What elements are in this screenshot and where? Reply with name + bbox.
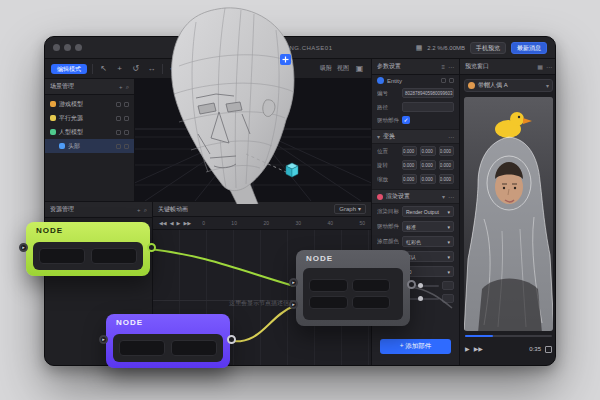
add-asset-icon[interactable]: +	[137, 207, 141, 213]
rotation-y-field[interactable]: 0.000	[420, 160, 435, 170]
menu-icon[interactable]: ≡	[441, 64, 445, 70]
graph-label: Graph	[339, 206, 356, 212]
add-component-button[interactable]: + 添加部件	[380, 339, 451, 354]
select-tool-icon[interactable]: ↖	[98, 65, 109, 73]
node-slot[interactable]	[309, 296, 348, 309]
visibility-toggle[interactable]	[116, 130, 121, 135]
bookmark-toggle[interactable]	[441, 78, 446, 83]
output-port[interactable]	[407, 280, 416, 289]
rotate-tool-icon[interactable]: ↺	[130, 65, 141, 73]
strength-value-box[interactable]	[442, 294, 454, 303]
node-card-green[interactable]: NODE ▸	[26, 222, 150, 276]
play-icon[interactable]: ▶	[465, 346, 470, 352]
more-icon[interactable]: ⋯	[546, 64, 552, 70]
node-slot[interactable]	[91, 248, 137, 264]
timeline-ruler[interactable]: ◀◀ ◀ ▶ ▶▶ 0 10 20 30 40 50	[153, 217, 371, 230]
driver-dropdown[interactable]: 标准 ▾	[402, 221, 454, 232]
input-port[interactable]: ▸	[289, 278, 298, 287]
zoom-button[interactable]	[75, 44, 82, 51]
lock-toggle[interactable]	[124, 116, 129, 121]
view-label[interactable]: 视图	[337, 64, 349, 73]
node-slot[interactable]	[39, 248, 85, 264]
node-slot[interactable]	[352, 296, 391, 309]
phone-preview-button[interactable]: 手机预览	[470, 42, 506, 54]
add-cursor[interactable]	[280, 54, 291, 65]
node-slot[interactable]	[171, 340, 217, 356]
scale-z-field[interactable]: 40.000	[439, 174, 454, 184]
grid-icon[interactable]: ▦	[537, 64, 543, 70]
position-x-field[interactable]: 0.000	[402, 146, 417, 156]
transform-section-header[interactable]: ▾ 变换 ⋯	[372, 129, 459, 144]
prev-frame-button[interactable]: ◀	[170, 221, 174, 226]
snap-label[interactable]: 吸附	[320, 64, 332, 73]
node-slot[interactable]	[309, 279, 348, 292]
rotation-x-field[interactable]: 0.000	[402, 160, 417, 170]
gizmo-cube[interactable]	[286, 163, 298, 177]
rotation-z-field[interactable]: 40.000	[439, 160, 454, 170]
sidebar-item-humanoid[interactable]: 人型模型	[45, 125, 134, 139]
path-field[interactable]	[402, 102, 454, 112]
opacity-value-box[interactable]	[442, 281, 454, 290]
tick-label: 10	[231, 220, 237, 226]
node-card-gray[interactable]: NODE ▸ ▸	[296, 250, 410, 326]
output-port[interactable]	[147, 243, 156, 252]
head-silhouette	[172, 8, 294, 191]
fullscreen-icon[interactable]	[545, 346, 552, 353]
coat-color-dropdown[interactable]: 红彩色 ▾	[402, 236, 454, 247]
position-z-field[interactable]: 40.000	[439, 146, 454, 156]
step-forward-icon[interactable]: ▶▶	[474, 346, 483, 352]
visibility-toggle[interactable]	[116, 102, 121, 107]
search-icon[interactable]: ⌕	[126, 84, 129, 90]
id-field[interactable]: 8028789405980099603	[402, 88, 454, 98]
lock-toggle[interactable]	[124, 130, 129, 135]
static-toggle[interactable]	[449, 78, 454, 83]
visibility-toggle[interactable]	[116, 116, 121, 121]
add-tool-icon[interactable]: +	[114, 65, 125, 73]
node-slot[interactable]	[352, 279, 391, 292]
slider-handle[interactable]	[418, 283, 423, 288]
scale-y-field[interactable]: 0.000	[420, 174, 435, 184]
graph-mode-dropdown[interactable]: Graph ▾	[334, 204, 366, 214]
sidebar-item-game-model[interactable]: 游戏模型	[45, 97, 134, 111]
slider-handle[interactable]	[418, 296, 423, 301]
visibility-toggle[interactable]	[116, 144, 121, 149]
input-port[interactable]: ▸	[99, 335, 108, 344]
position-y-field[interactable]: 0.000	[420, 146, 435, 156]
sidebar-item-light[interactable]: 平行光源	[45, 111, 134, 125]
preview-source-dropdown[interactable]: 带帽人偶 A ▾	[464, 79, 553, 92]
minimize-button[interactable]	[64, 44, 71, 51]
edit-mode-button[interactable]: 编辑模式	[51, 64, 87, 74]
enable-checkbox[interactable]: ✓	[402, 116, 410, 124]
3d-head-model[interactable]	[146, 4, 314, 204]
more-icon[interactable]: ⋯	[448, 64, 454, 70]
sidebar-item-head[interactable]: 头部	[45, 139, 134, 153]
render-target-label: 渲染目标	[377, 208, 399, 215]
render-section-header[interactable]: 渲染设置 ▾ ⋯	[372, 189, 459, 204]
node-slot[interactable]	[119, 340, 165, 356]
driver-row: 驱动部件 标准 ▾	[372, 219, 459, 234]
input-port[interactable]: ▸	[19, 243, 28, 252]
more-icon[interactable]: ⋯	[448, 194, 454, 200]
cube-icon[interactable]: ▣	[354, 65, 365, 73]
grid-icon[interactable]: ▦	[416, 44, 423, 51]
output-port[interactable]	[227, 335, 236, 344]
caret-right-icon: ▸	[102, 337, 105, 342]
enable-label: 驱动部件	[377, 117, 399, 124]
render-target-dropdown[interactable]: Render Output ▾	[402, 206, 454, 217]
node-card-purple[interactable]: NODE ▸	[106, 314, 230, 368]
lock-toggle[interactable]	[124, 144, 129, 149]
chevron-down-icon: ▾	[447, 269, 450, 275]
input-port[interactable]: ▸	[289, 300, 298, 309]
search-icon[interactable]: ⌕	[144, 207, 147, 213]
playback-scrubber[interactable]	[465, 335, 552, 337]
coat-color-row: 涂层颜色 红彩色 ▾	[372, 234, 459, 249]
news-button[interactable]: 最新消息	[511, 42, 547, 54]
jump-end-button[interactable]: ▶▶	[183, 221, 191, 226]
lock-toggle[interactable]	[124, 102, 129, 107]
scale-x-field[interactable]: 0.000	[402, 174, 417, 184]
jump-start-button[interactable]: ◀◀	[159, 221, 167, 226]
play-button[interactable]: ▶	[177, 221, 181, 226]
add-object-icon[interactable]: +	[119, 84, 123, 90]
more-icon[interactable]: ⋯	[448, 134, 454, 140]
close-button[interactable]	[53, 44, 60, 51]
